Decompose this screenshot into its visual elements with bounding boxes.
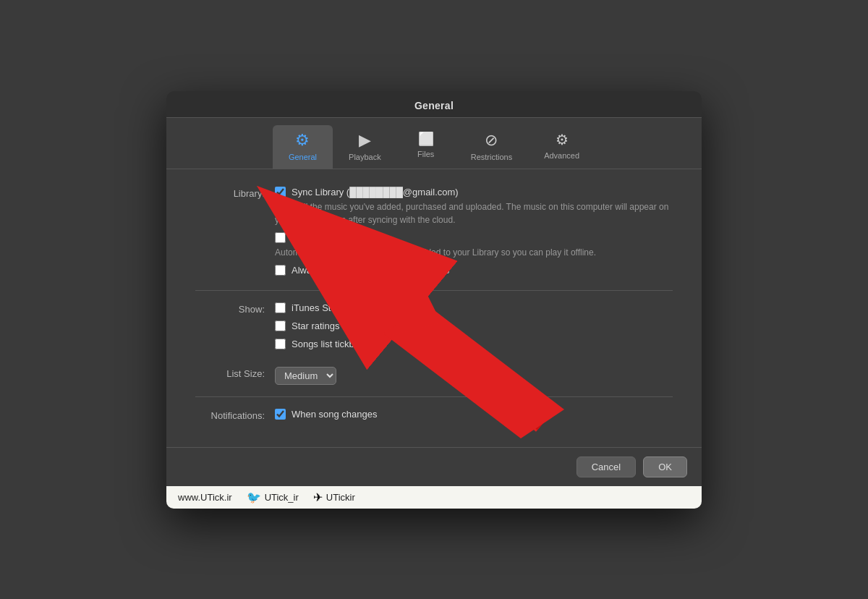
star-ratings-label: Star ratings [292, 320, 339, 331]
title-bar: General [166, 91, 702, 118]
tab-advanced[interactable]: ⚙ Advanced [528, 125, 595, 169]
always-check-checkbox[interactable] [275, 265, 286, 276]
cancel-button[interactable]: Cancel [576, 456, 636, 477]
dialog-footer: Cancel OK [166, 447, 702, 486]
gear-icon: ⚙ [295, 131, 310, 150]
tab-playback[interactable]: ▶ Playback [333, 125, 397, 169]
tabs-bar: ⚙ General ▶ Playback ⬜ Files ⊘ Restricti… [166, 118, 702, 169]
when-song-row: When song changes [275, 409, 673, 420]
tab-files-label: Files [417, 150, 434, 158]
watermark-website: www.UTick.ir [178, 492, 232, 503]
list-size-content: Small Medium Large [275, 367, 673, 385]
songs-tickboxes-row: Songs list tickboxes [275, 339, 673, 349]
list-size-section: List Size: Small Medium Large [195, 367, 673, 385]
auto-downloads-row: Automatic Downloads [275, 232, 673, 243]
show-content: iTunes Store Star ratings Songs list tic… [275, 302, 673, 357]
library-section: Library: Sync Library (████████@gmail.co… [195, 187, 673, 279]
always-check-label: Always check for available downloads [292, 265, 449, 276]
itunes-store-row: iTunes Store [275, 302, 673, 313]
tab-restrictions[interactable]: ⊘ Restrictions [455, 125, 528, 169]
itunes-store-checkbox[interactable] [275, 302, 286, 313]
sync-library-label: Sync Library (████████@gmail.com) [292, 187, 459, 197]
settings-content: Library: Sync Library (████████@gmail.co… [166, 169, 702, 447]
tab-restrictions-label: Restrictions [471, 153, 512, 161]
songs-tickboxes-label: Songs list tickboxes [292, 339, 374, 349]
library-content: Sync Library (████████@gmail.com) Show a… [275, 187, 673, 279]
tab-files[interactable]: ⬜ Files [397, 125, 455, 169]
divider-2 [195, 396, 673, 397]
watermark-telegram: ✈ UTickir [313, 490, 355, 504]
watermark-telegram-handle: UTickir [326, 492, 355, 503]
always-check-row: Always check for available downloads [275, 265, 673, 276]
list-size-label: List Size: [195, 367, 275, 379]
play-icon: ▶ [359, 131, 371, 150]
watermark-bar: www.UTick.ir 🐦 UTick_ir ✈ UTickir [166, 486, 702, 509]
tab-general-label: General [289, 153, 317, 161]
ok-button[interactable]: OK [643, 456, 687, 477]
when-song-checkbox[interactable] [275, 409, 286, 420]
auto-downloads-label: Automatic Downloads [292, 232, 383, 243]
sync-library-checkbox[interactable] [275, 187, 286, 197]
auto-downloads-description: Automatically download music when added … [275, 246, 673, 259]
divider-1 [195, 290, 673, 291]
tab-playback-label: Playback [349, 153, 381, 161]
sync-library-description: Show all the music you've added, purchas… [275, 200, 673, 226]
when-song-label: When song changes [292, 409, 378, 420]
notifications-content: When song changes [275, 409, 673, 422]
itunes-store-label: iTunes Store [292, 302, 344, 313]
advanced-gear-icon: ⚙ [556, 131, 569, 148]
star-ratings-checkbox[interactable] [275, 320, 286, 331]
notifications-section: Notifications: When song changes [195, 409, 673, 422]
show-section: Show: iTunes Store Star ratings Songs li… [195, 302, 673, 357]
show-label: Show: [195, 302, 275, 315]
notifications-label: Notifications: [195, 409, 275, 421]
star-ratings-row: Star ratings [275, 320, 673, 331]
list-size-select[interactable]: Small Medium Large [275, 367, 336, 385]
auto-downloads-checkbox[interactable] [275, 232, 286, 243]
tab-advanced-label: Advanced [544, 151, 579, 160]
sync-library-row: Sync Library (████████@gmail.com) [275, 187, 673, 197]
watermark-twitter-handle: UTick_ir [265, 492, 299, 503]
tab-general[interactable]: ⚙ General [273, 125, 333, 169]
watermark-twitter: 🐦 UTick_ir [247, 490, 299, 504]
settings-dialog: General ⚙ General ▶ Playback ⬜ Files ⊘ R… [166, 91, 702, 509]
restrict-icon: ⊘ [485, 131, 498, 150]
songs-tickboxes-checkbox[interactable] [275, 339, 286, 349]
dialog-title: General [166, 100, 702, 111]
telegram-icon: ✈ [313, 490, 323, 504]
twitter-icon: 🐦 [247, 490, 261, 504]
files-icon: ⬜ [418, 131, 434, 147]
library-label: Library: [195, 187, 275, 199]
